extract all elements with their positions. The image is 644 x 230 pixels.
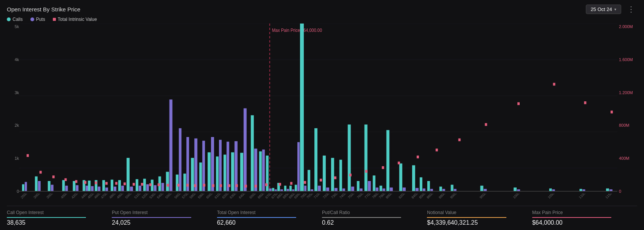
svg-rect-43 [179,128,181,191]
calls-label: Calls [13,17,23,22]
svg-rect-150 [304,181,306,184]
svg-rect-105 [423,189,425,191]
svg-rect-142 [220,184,222,187]
svg-rect-95 [376,187,378,191]
svg-text:60000: 60000 [205,194,215,199]
svg-text:40000: 40000 [60,194,70,199]
max-pain-underline [532,217,611,218]
svg-rect-46 [191,158,194,191]
svg-rect-122 [27,154,29,157]
svg-rect-143 [228,184,230,187]
svg-rect-103 [416,188,419,191]
svg-rect-63 [262,150,265,191]
stat-total-open-interest: Total Open Interest 62,660 [217,210,322,226]
svg-rect-87 [343,189,345,191]
chevron-down-icon: ▾ [614,7,616,11]
svg-text:82000: 82000 [398,194,408,199]
legend-puts: Puts [30,17,45,22]
svg-rect-49 [202,141,205,191]
svg-rect-32 [136,179,138,191]
svg-text:54000: 54000 [156,194,166,199]
svg-text:73000: 73000 [330,194,340,199]
svg-rect-146 [255,185,257,187]
more-options-button[interactable]: ⋮ [625,4,637,14]
svg-text:42000: 42000 [71,194,80,199]
svg-rect-108 [439,187,442,191]
pcr-underline [322,217,401,218]
svg-text:64000: 64000 [238,194,247,199]
svg-rect-41 [169,99,172,191]
svg-rect-59 [244,108,247,191]
svg-rect-132 [133,183,135,186]
svg-rect-118 [579,189,582,191]
date-selector-button[interactable]: 25 Oct 24 ▾ [586,5,621,14]
svg-rect-51 [211,137,214,191]
svg-rect-123 [40,171,42,173]
svg-rect-145 [245,185,247,187]
svg-rect-130 [115,182,117,184]
svg-rect-19 [86,186,88,191]
svg-rect-125 [65,178,67,181]
legend-intrinsic: Total Intrinsic Value [53,17,97,22]
svg-rect-126 [75,180,77,183]
svg-rect-84 [331,158,334,191]
svg-rect-35 [146,184,149,191]
svg-rect-55 [227,142,229,191]
svg-rect-54 [224,154,226,191]
svg-text:65000: 65000 [249,194,258,199]
svg-rect-91 [360,189,363,191]
chart-svg: Max Pain Price $64,000.00 [19,24,617,204]
call-oi-underline [7,217,86,218]
svg-rect-24 [102,180,105,191]
svg-rect-158 [436,149,438,151]
svg-rect-13 [51,185,54,191]
svg-rect-82 [323,156,326,191]
svg-text:55000: 55000 [165,194,174,199]
svg-rect-83 [326,187,329,191]
svg-rect-160 [485,123,487,126]
svg-rect-80 [314,128,317,191]
chart-legend: Calls Puts Total Intrinsic Value [7,17,637,22]
total-oi-underline [217,217,296,218]
svg-rect-29 [121,186,124,191]
svg-text:59000: 59000 [197,194,207,199]
pcr-value: 0.62 [322,219,421,226]
svg-rect-16 [73,181,75,191]
svg-text:Max Pain Price $64,000.00: Max Pain Price $64,000.00 [272,27,322,33]
svg-rect-112 [480,186,483,191]
svg-rect-85 [335,188,338,191]
stats-bar: Call Open Interest 38,635 Put Open Inter… [7,206,637,226]
x-axis-svg: 25000 30000 35000 40000 42000 44000 4500… [19,194,617,204]
svg-rect-86 [339,160,342,191]
svg-rect-76 [300,24,304,191]
svg-rect-102 [412,165,415,191]
total-oi-value: 62,660 [217,219,316,226]
svg-rect-21 [91,186,94,191]
svg-rect-114 [514,187,517,191]
svg-rect-100 [399,164,402,191]
svg-text:72000: 72000 [322,194,332,199]
svg-rect-136 [167,184,169,186]
svg-text:115000: 115000 [604,194,615,199]
svg-rect-40 [166,172,169,191]
svg-rect-162 [553,83,555,85]
svg-text:35000: 35000 [46,194,55,199]
svg-rect-77 [304,186,306,191]
svg-rect-155 [382,166,384,169]
svg-rect-10 [35,176,38,191]
svg-rect-141 [212,184,214,187]
svg-rect-140 [203,184,205,186]
svg-rect-8 [22,184,24,191]
svg-rect-73 [292,189,294,191]
x-axis: 25000 30000 35000 40000 42000 44000 4500… [19,194,617,204]
svg-text:49000: 49000 [116,194,125,199]
svg-rect-31 [130,187,133,191]
svg-rect-74 [295,185,297,191]
svg-text:110000: 110000 [578,194,589,199]
svg-rect-72 [289,186,292,191]
svg-rect-156 [398,162,400,164]
notional-underline [427,217,506,218]
svg-rect-90 [357,181,360,191]
svg-text:95000: 95000 [479,194,489,199]
put-oi-underline [112,217,191,218]
